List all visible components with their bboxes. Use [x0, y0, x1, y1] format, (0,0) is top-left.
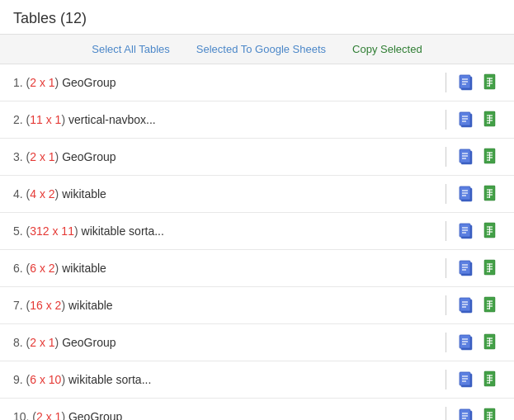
copy-icon[interactable]	[456, 184, 476, 204]
table-label: 8. (2 x 1) GeoGroup	[13, 336, 446, 349]
table-label: 2. (11 x 1) vertical-navbox...	[13, 113, 446, 126]
table-row: 8. (2 x 1) GeoGroup	[0, 324, 514, 361]
table-label: 9. (6 x 10) wikitable sorta...	[13, 373, 446, 386]
divider	[446, 73, 446, 92]
copy-icon[interactable]	[456, 258, 476, 278]
copy-icon[interactable]	[456, 110, 476, 130]
table-row: 4. (4 x 2) wikitable	[0, 176, 514, 213]
table-actions	[446, 370, 501, 389]
divider	[446, 221, 446, 241]
selected-sheets-button[interactable]: Selected To Google Sheets	[196, 43, 326, 55]
copy-icon[interactable]	[456, 407, 476, 420]
table-actions	[446, 295, 501, 315]
table-row: 10. (2 x 1) GeoGroup	[0, 399, 514, 420]
table-row: 6. (6 x 2) wikitable	[0, 250, 514, 287]
divider	[446, 370, 446, 389]
table-label: 1. (2 x 1) GeoGroup	[13, 76, 446, 89]
table-row: 3. (2 x 1) GeoGroup	[0, 139, 514, 176]
sheets-icon[interactable]	[481, 258, 501, 278]
copy-icon[interactable]	[456, 295, 476, 315]
sheets-icon[interactable]	[481, 370, 501, 389]
table-actions	[446, 184, 501, 204]
sheets-icon[interactable]	[481, 147, 501, 167]
table-actions	[446, 333, 501, 352]
divider	[446, 333, 446, 352]
table-row: 7. (16 x 2) wikitable	[0, 287, 514, 324]
table-row: 2. (11 x 1) vertical-navbox...	[0, 101, 514, 139]
sheets-icon[interactable]	[481, 295, 501, 315]
divider	[446, 184, 446, 204]
table-label: 7. (16 x 2) wikitable	[13, 299, 446, 312]
copy-icon[interactable]	[456, 370, 476, 389]
table-label: 10. (2 x 1) GeoGroup	[13, 410, 446, 420]
divider	[446, 295, 446, 315]
copy-icon[interactable]	[456, 147, 476, 167]
table-actions	[446, 110, 501, 130]
table-actions	[446, 147, 501, 167]
sheets-icon[interactable]	[481, 110, 501, 130]
table-actions	[446, 221, 501, 241]
toolbar: Select All Tables Selected To Google She…	[0, 35, 514, 64]
copy-selected-button[interactable]: Copy Selected	[352, 43, 422, 55]
table-label: 4. (4 x 2) wikitable	[13, 187, 446, 201]
sheets-icon[interactable]	[481, 73, 501, 92]
copy-icon[interactable]	[456, 221, 476, 241]
table-list: 1. (2 x 1) GeoGroup 2. (11 x 1) vertical…	[0, 64, 514, 420]
table-row: 5. (312 x 11) wikitable sorta...	[0, 213, 514, 250]
page-header: Tables (12)	[0, 0, 514, 35]
sheets-icon[interactable]	[481, 184, 501, 204]
divider	[446, 110, 446, 130]
sheets-icon[interactable]	[481, 407, 501, 420]
table-label: 5. (312 x 11) wikitable sorta...	[13, 224, 446, 238]
table-actions	[446, 407, 501, 420]
table-row: 1. (2 x 1) GeoGroup	[0, 64, 514, 101]
divider	[446, 407, 446, 420]
copy-icon[interactable]	[456, 73, 476, 92]
select-all-button[interactable]: Select All Tables	[92, 43, 169, 55]
table-row: 9. (6 x 10) wikitable sorta...	[0, 361, 514, 399]
table-actions	[446, 73, 501, 92]
sheets-icon[interactable]	[481, 221, 501, 241]
copy-icon[interactable]	[456, 333, 476, 352]
table-label: 6. (6 x 2) wikitable	[13, 262, 446, 275]
divider	[446, 258, 446, 278]
table-actions	[446, 258, 501, 278]
table-label: 3. (2 x 1) GeoGroup	[13, 150, 446, 163]
divider	[446, 147, 446, 167]
page-title: Tables (12)	[13, 10, 87, 26]
sheets-icon[interactable]	[481, 333, 501, 352]
